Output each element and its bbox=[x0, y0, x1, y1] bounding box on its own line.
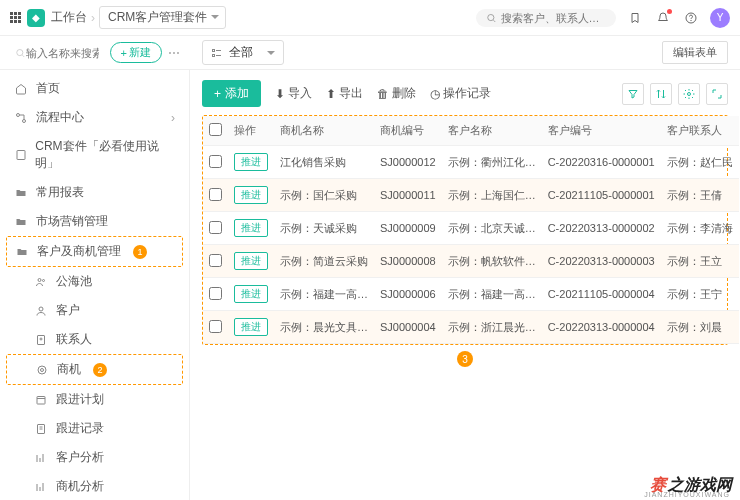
col-cust-contact[interactable]: 客户联系人 bbox=[661, 116, 739, 146]
svg-rect-16 bbox=[37, 396, 45, 404]
nav-reports[interactable]: 常用报表 bbox=[0, 178, 189, 207]
svg-rect-4 bbox=[213, 49, 215, 51]
cell-cust-code: C-20220316-0000001 bbox=[542, 146, 661, 179]
push-button[interactable]: 推进 bbox=[234, 318, 268, 336]
nav-contact[interactable]: 联系人 bbox=[0, 325, 189, 354]
svg-rect-8 bbox=[17, 151, 25, 160]
more-icon[interactable]: ⋯ bbox=[168, 46, 180, 60]
cell-opp-code: SJ0000004 bbox=[374, 311, 442, 344]
row-checkbox[interactable] bbox=[209, 221, 222, 234]
log-button[interactable]: ◷操作记录 bbox=[430, 85, 491, 102]
table-row[interactable]: 推进 示例：晨光文具设备… SJ0000004 示例：浙江晨光文具… C-202… bbox=[203, 311, 739, 344]
badge-3: 3 bbox=[457, 351, 473, 367]
settings-button[interactable] bbox=[678, 83, 700, 105]
flow-icon bbox=[14, 112, 28, 124]
chart-icon bbox=[34, 452, 48, 464]
select-all-checkbox[interactable] bbox=[209, 123, 222, 136]
notification-icon[interactable] bbox=[654, 9, 672, 27]
add-button[interactable]: +添加 bbox=[202, 80, 261, 107]
cog-icon bbox=[683, 88, 695, 100]
push-button[interactable]: 推进 bbox=[234, 285, 268, 303]
note-icon bbox=[34, 423, 48, 435]
svg-rect-5 bbox=[213, 54, 215, 56]
cell-opp-code: SJ0000011 bbox=[374, 179, 442, 212]
cell-cust-name: 示例：福建一高集团 bbox=[442, 278, 542, 311]
apps-grid-icon[interactable] bbox=[10, 12, 21, 23]
expand-button[interactable] bbox=[706, 83, 728, 105]
table-row[interactable]: 推进 示例：天诚采购 SJ0000009 示例：北京天诚软件… C-202203… bbox=[203, 212, 739, 245]
folder-icon bbox=[14, 216, 28, 228]
cell-cust-name: 示例：上海国仁有限… bbox=[442, 179, 542, 212]
upload-icon: ⬆ bbox=[326, 87, 336, 101]
nav-marketing[interactable]: 市场营销管理 bbox=[0, 207, 189, 236]
svg-point-10 bbox=[43, 279, 45, 281]
search-icon bbox=[486, 12, 497, 24]
nav-opportunity-analysis[interactable]: 商机分析 bbox=[0, 472, 189, 500]
col-opp-code[interactable]: 商机编号 bbox=[374, 116, 442, 146]
badge-1: 1 bbox=[133, 245, 147, 259]
cell-opp-name: 示例：国仁采购 bbox=[274, 179, 374, 212]
import-button[interactable]: ⬇导入 bbox=[275, 85, 312, 102]
bookmark-icon[interactable] bbox=[626, 9, 644, 27]
delete-button[interactable]: 🗑删除 bbox=[377, 85, 416, 102]
table-row[interactable]: 推进 江化销售采购 SJ0000012 示例：衢州江化集团 C-20220316… bbox=[203, 146, 739, 179]
col-cust-code[interactable]: 客户编号 bbox=[542, 116, 661, 146]
avatar[interactable]: Y bbox=[710, 8, 730, 28]
edit-form-button[interactable]: 编辑表单 bbox=[662, 41, 728, 64]
nav-home[interactable]: 首页 bbox=[0, 74, 189, 103]
nav-crm-kit[interactable]: CRM套件「必看使用说明」 bbox=[0, 132, 189, 178]
filter-button[interactable] bbox=[622, 83, 644, 105]
search-icon bbox=[15, 47, 26, 59]
nav-follow-plan[interactable]: 跟进计划 bbox=[0, 385, 189, 414]
nav-customer-analysis[interactable]: 客户分析 bbox=[0, 443, 189, 472]
download-icon: ⬇ bbox=[275, 87, 285, 101]
nav-opportunity[interactable]: 商机2 bbox=[6, 354, 183, 385]
push-button[interactable]: 推进 bbox=[234, 186, 268, 204]
cell-cust-contact: 示例：王立 bbox=[661, 245, 739, 278]
nav-customer[interactable]: 客户 bbox=[0, 296, 189, 325]
push-button[interactable]: 推进 bbox=[234, 219, 268, 237]
nav-process[interactable]: 流程中心› bbox=[0, 103, 189, 132]
col-cust-name[interactable]: 客户名称 bbox=[442, 116, 542, 146]
cell-opp-name: 示例：福建一高3月订单 bbox=[274, 278, 374, 311]
global-search[interactable] bbox=[476, 9, 616, 27]
view-selector[interactable]: 全部 bbox=[202, 40, 284, 65]
cell-cust-name: 示例：衢州江化集团 bbox=[442, 146, 542, 179]
trash-icon: 🗑 bbox=[377, 87, 389, 101]
chart-icon bbox=[34, 481, 48, 493]
svg-point-7 bbox=[23, 119, 26, 122]
sidebar-search[interactable] bbox=[10, 44, 104, 62]
home-icon bbox=[14, 83, 28, 95]
nav-follow-record[interactable]: 跟进记录 bbox=[0, 414, 189, 443]
new-button[interactable]: +新建 bbox=[110, 42, 162, 63]
row-checkbox[interactable] bbox=[209, 155, 222, 168]
row-checkbox[interactable] bbox=[209, 287, 222, 300]
sidebar: 首页 流程中心› CRM套件「必看使用说明」 常用报表 市场营销管理 客户及商机… bbox=[0, 70, 190, 500]
table-row[interactable]: 推进 示例：简道云采购 SJ0000008 示例：帆软软件有限公司 C-2022… bbox=[203, 245, 739, 278]
table-row[interactable]: 推进 示例：国仁采购 SJ0000011 示例：上海国仁有限… C-202111… bbox=[203, 179, 739, 212]
breadcrumb-workspace[interactable]: 工作台 bbox=[51, 9, 87, 26]
nav-pool[interactable]: 公海池 bbox=[0, 267, 189, 296]
global-search-input[interactable] bbox=[501, 12, 606, 24]
cell-cust-code: C-20211105-0000001 bbox=[542, 179, 661, 212]
breadcrumb-suite-dropdown[interactable]: CRM客户管理套件 bbox=[99, 6, 226, 29]
cell-cust-code: C-20211105-0000004 bbox=[542, 278, 661, 311]
nav-customer-opportunity[interactable]: 客户及商机管理1 bbox=[6, 236, 183, 267]
cell-cust-name: 示例：帆软软件有限公司 bbox=[442, 245, 542, 278]
cell-cust-code: C-20220313-0000002 bbox=[542, 212, 661, 245]
help-icon[interactable] bbox=[682, 9, 700, 27]
row-checkbox[interactable] bbox=[209, 320, 222, 333]
sidebar-search-input[interactable] bbox=[26, 47, 99, 59]
svg-point-3 bbox=[17, 49, 23, 55]
row-checkbox[interactable] bbox=[209, 254, 222, 267]
svg-point-15 bbox=[41, 368, 44, 371]
push-button[interactable]: 推进 bbox=[234, 252, 268, 270]
sort-button[interactable] bbox=[650, 83, 672, 105]
table-row[interactable]: 推进 示例：福建一高3月订单 SJ0000006 示例：福建一高集团 C-202… bbox=[203, 278, 739, 311]
cell-opp-code: SJ0000008 bbox=[374, 245, 442, 278]
row-checkbox[interactable] bbox=[209, 188, 222, 201]
cell-opp-code: SJ0000012 bbox=[374, 146, 442, 179]
col-opp-name[interactable]: 商机名称 bbox=[274, 116, 374, 146]
export-button[interactable]: ⬆导出 bbox=[326, 85, 363, 102]
push-button[interactable]: 推进 bbox=[234, 153, 268, 171]
